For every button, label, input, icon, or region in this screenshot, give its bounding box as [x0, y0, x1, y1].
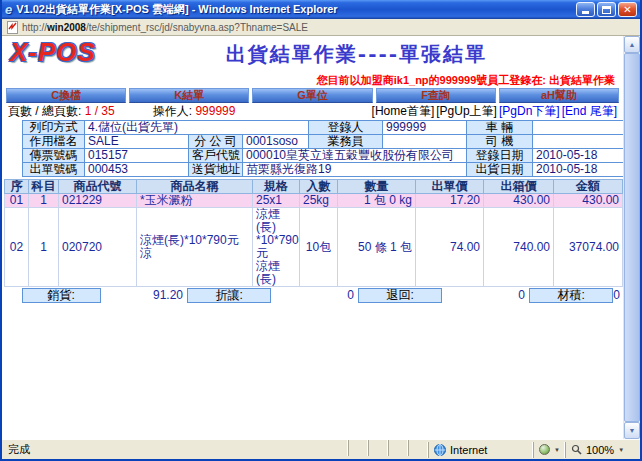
delivery-address-field[interactable]: 苗栗縣光復路19: [243, 163, 467, 177]
scroll-up-button[interactable]: ▲: [624, 36, 640, 53]
col-unit-price: 出單價: [416, 180, 484, 194]
salesman-field[interactable]: [383, 135, 467, 149]
return-label: 退回:: [358, 288, 442, 303]
cell-box-price: 740.00: [484, 208, 554, 287]
nav-pgup-button[interactable]: [PgUp上筆]: [436, 103, 497, 120]
branch-label: 分 公 司: [189, 135, 243, 149]
driver-label: 司 機: [467, 135, 533, 149]
customer-code-label: 客戶代號: [189, 149, 243, 163]
nav-end-button[interactable]: [End 尾筆]: [562, 103, 617, 120]
address-bar: http://win2008/te/shipment_rsc/jd/snabyv…: [2, 19, 640, 36]
discount-value: 0: [271, 288, 357, 303]
title-bar: e V1.02出貨結單作業[X-POS 雲端網] - Windows Inter…: [2, 0, 640, 19]
file-name-field[interactable]: SALE: [85, 135, 189, 149]
vehicle-label: 車 輛: [467, 121, 533, 135]
tab-settle[interactable]: K結單: [129, 88, 249, 103]
operator-value: 999999: [195, 104, 235, 118]
voucher-no-field[interactable]: 015157: [85, 149, 189, 163]
form-row: 傳票號碼 015157 客戶代號 000010皇英立達五穀豐收股份有限公司 登錄…: [23, 149, 624, 163]
cell-spec: 25x1: [253, 194, 300, 208]
registrant-label: 登錄人: [309, 121, 383, 135]
login-status: 您目前以加盟商ik1_np的999999號員工登錄在: 出貨結單作業: [2, 73, 623, 87]
maximize-button[interactable]: [597, 2, 616, 17]
tab-unit[interactable]: G單位: [252, 88, 372, 103]
status-panel: [388, 440, 408, 456]
return-value: 0: [442, 288, 528, 303]
zoom-control[interactable]: 100% ▼: [565, 442, 637, 458]
page-title: 出貨結單作業----單張結單: [96, 38, 617, 68]
internet-zone-panel: Internet: [428, 442, 533, 458]
tab-query[interactable]: F查詢: [376, 88, 496, 103]
cell-product-name: *玉米澱粉: [137, 194, 253, 208]
record-nav-buttons: [Home首筆] [PgUp上筆] [PgDn下筆] [End 尾筆]: [372, 103, 617, 120]
col-amount: 金額: [554, 180, 623, 194]
browser-window: e V1.02出貨結單作業[X-POS 雲端網] - Windows Inter…: [0, 0, 642, 461]
tab-file[interactable]: C換檔: [6, 88, 126, 103]
volume-label: 材積:: [529, 288, 613, 303]
cell-quantity: 50 條 1 包: [338, 208, 416, 287]
nav-pgdn-button[interactable]: [PgDn下筆]: [499, 103, 560, 120]
status-tool-panel[interactable]: ▼: [533, 442, 565, 458]
register-date-field[interactable]: 2010-05-18: [533, 149, 623, 163]
minimize-button[interactable]: [576, 2, 595, 17]
status-panel: [348, 440, 368, 456]
print-mode-field[interactable]: 4.儲位(出貨先單): [85, 121, 309, 135]
magnifier-icon: [571, 444, 582, 455]
cell-pack: 25kg: [300, 194, 338, 208]
salesman-label: 業務員: [309, 135, 383, 149]
content-filler: [2, 303, 623, 439]
operator-label: 操作人:: [153, 103, 192, 120]
cell-amount: 430.00: [554, 194, 623, 208]
cell-amount: 37074.00: [554, 208, 623, 287]
form-row: 出單號碼 000453 送貨地址 苗栗縣光復路19 出貨日期 2010-05-1…: [23, 163, 624, 177]
scroll-down-button[interactable]: ▼: [624, 422, 640, 439]
col-subject: 科目: [29, 180, 59, 194]
status-bar: 完成 Internet ▼ 100% ▼: [2, 439, 640, 459]
totals-row: 銷貨: 91.20 折讓: 0 退回: 0 材積: 0: [22, 288, 623, 303]
menu-bar: C換檔 K結單 G單位 F查詢 aH幫助: [6, 88, 619, 103]
maximize-icon: [602, 6, 611, 14]
table-row[interactable]: 02 1 020720 涼煙(長)*10*790元涼 涼煙(長) *10*790…: [5, 208, 623, 287]
close-button[interactable]: ✕: [618, 2, 637, 17]
cell-box-price: 430.00: [484, 194, 554, 208]
url-host: win2008: [47, 22, 86, 33]
branch-field[interactable]: 0001soso: [243, 135, 309, 149]
xpos-logo: X-POS: [10, 38, 96, 67]
cell-subject: 1: [29, 194, 59, 208]
volume-value: 0: [613, 288, 623, 303]
items-header-row: 序 科目 商品代號 商品名稱 規格 入數 數量 出單價 出箱價 金額: [5, 180, 623, 194]
cell-subject: 1: [29, 208, 59, 287]
nav-home-button[interactable]: [Home首筆]: [372, 103, 435, 120]
ship-date-label: 出貨日期: [467, 163, 533, 177]
table-row[interactable]: 01 1 021229 *玉米澱粉 25x1 25kg 1 包 0 kg 17.…: [5, 194, 623, 208]
url-path: /te/shipment_rsc/jd/snabyvna.asp?Thname=…: [86, 22, 308, 33]
file-name-label: 作用檔名: [23, 135, 85, 149]
internet-zone-label: Internet: [450, 444, 487, 456]
status-tool-icon: [539, 444, 550, 455]
chevron-down-icon: ▼: [554, 447, 560, 453]
form-row: 列印方式 4.儲位(出貨先單) 登錄人 999999 車 輛: [23, 121, 624, 135]
status-text: 完成: [5, 442, 348, 457]
page-icon: [7, 21, 18, 34]
form-row: 作用檔名 SALE 分 公 司 0001soso 業務員 司 機: [23, 135, 624, 149]
page-header: X-POS 出貨結單作業----單張結單: [2, 36, 623, 73]
registrant-field[interactable]: 999999: [383, 121, 467, 135]
customer-code-field[interactable]: 000010皇英立達五穀豐收股份有限公司: [243, 149, 467, 163]
tab-help[interactable]: aH幫助: [499, 88, 619, 103]
vehicle-field[interactable]: [533, 121, 623, 135]
cell-seq: 01: [5, 194, 29, 208]
print-mode-label: 列印方式: [23, 121, 85, 135]
items-table: 序 科目 商品代號 商品名稱 規格 入數 數量 出單價 出箱價 金額 01 1 …: [4, 179, 623, 287]
order-no-field[interactable]: 000453: [85, 163, 189, 177]
page-body: X-POS 出貨結單作業----單張結單 您目前以加盟商ik1_np的99999…: [2, 36, 623, 439]
address-url[interactable]: http://win2008/te/shipment_rsc/jd/snabyv…: [22, 22, 308, 33]
browser-viewport: X-POS 出貨結單作業----單張結單 您目前以加盟商ik1_np的99999…: [2, 36, 640, 439]
ship-date-field[interactable]: 2010-05-18: [533, 163, 623, 177]
driver-field[interactable]: [533, 135, 623, 149]
voucher-no-label: 傳票號碼: [23, 149, 85, 163]
scroll-thumb[interactable]: [624, 53, 640, 422]
minimize-icon: [582, 11, 589, 14]
status-panel: [408, 440, 428, 456]
cell-pack: 10包: [300, 208, 338, 287]
page-count-value: 1 / 35: [85, 104, 115, 118]
